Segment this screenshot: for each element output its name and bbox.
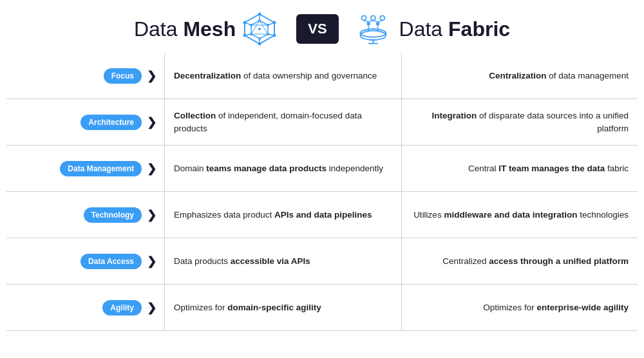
chevron-right-icon: ❯ [147,301,156,315]
svg-point-14 [273,34,276,37]
mesh-col: Data products accessible via APIs [164,238,401,284]
svg-point-18 [258,19,261,22]
mesh-col: Decentralization of data ownership and g… [164,53,401,99]
fabric-text: Integration of disparate data sources in… [413,109,629,135]
svg-point-22 [250,33,252,35]
main-container: Data Mesh [0,0,644,358]
label-badge: Architecture [80,115,142,130]
svg-line-31 [368,21,373,23]
svg-point-28 [366,22,370,25]
svg-point-17 [243,21,247,24]
fabric-icon [358,12,393,46]
table-row: Data Access ❯ Data products accessible v… [6,238,638,285]
mesh-text: Data products accessible via APIs [174,255,310,268]
fabric-text: Centralized access through a unified pla… [442,255,629,268]
row-label-col: Data Access ❯ [6,238,164,284]
table-row: Architecture ❯ Collection of independent… [6,99,638,146]
svg-point-15 [258,42,261,46]
mesh-col: Collection of independent, domain-focuse… [164,99,401,145]
fabric-col: Integration of disparate data sources in… [401,99,638,145]
table-row: Technology ❯ Emphasizes data product API… [6,192,638,238]
row-label-col: Agility ❯ [6,285,164,330]
svg-point-27 [380,15,384,20]
svg-point-24 [258,28,261,30]
data-mesh-title: Data Mesh [134,12,277,46]
row-label-col: Technology ❯ [6,192,164,238]
svg-line-32 [373,21,377,23]
fabric-col: Centralization of data management [401,53,638,99]
mesh-icon [242,12,277,46]
mesh-col: Emphasizes data product APIs and data pi… [164,192,401,238]
fabric-col: Optimizes for enterprise-wide agility [401,285,638,330]
svg-line-33 [377,21,382,23]
row-label-col: Focus ❯ [6,53,164,99]
comparison-table: Focus ❯ Decentralization of data ownersh… [0,53,644,358]
table-row: Agility ❯ Optimizes for domain-specific … [6,285,638,331]
chevron-right-icon: ❯ [147,162,156,176]
table-row: Data Management ❯ Domain teams manage da… [6,146,638,192]
fabric-col: Utilizes middleware and data integration… [401,192,638,238]
label-badge: Agility [102,300,142,316]
label-badge: Technology [84,207,142,223]
svg-point-13 [273,21,276,24]
table-row: Focus ❯ Decentralization of data ownersh… [6,53,638,99]
svg-point-25 [361,15,366,20]
svg-point-29 [375,22,379,25]
row-label-col: Architecture ❯ [6,99,164,145]
fabric-text: Centralization of data management [489,70,629,82]
fabric-text: Optimizes for enterprise-wide agility [483,301,629,314]
label-badge: Focus [104,68,142,84]
fabric-text: Central IT team manages the data fabric [468,162,629,175]
svg-point-23 [250,24,252,26]
svg-point-12 [258,13,261,16]
mesh-col: Domain teams manage data products indepe… [164,146,401,191]
fabric-bold: Fabric [448,17,510,41]
fabric-col: Centralized access through a unified pla… [401,238,638,284]
chevron-right-icon: ❯ [147,208,156,222]
header: Data Mesh [0,0,644,53]
fabric-text: Utilizes middleware and data integration… [413,209,629,221]
mesh-text: Domain teams manage data products indepe… [174,162,383,175]
svg-line-30 [364,21,368,23]
vs-badge: VS [296,14,338,44]
svg-point-20 [267,33,269,35]
fabric-label: Data Fabric [399,17,511,41]
chevron-right-icon: ❯ [147,115,156,129]
mesh-col: Optimizes for domain-specific agility [164,285,401,330]
row-label-col: Data Management ❯ [6,146,164,191]
svg-point-26 [370,15,375,20]
mesh-text: Collection of independent, domain-focuse… [174,109,390,135]
chevron-right-icon: ❯ [147,69,156,83]
mesh-text: Decentralization of data ownership and g… [174,70,377,82]
data-fabric-title: Data Fabric [358,12,511,46]
svg-point-21 [258,37,261,40]
fabric-col: Central IT team manages the data fabric [401,146,638,191]
svg-point-19 [267,24,269,26]
rows-container: Focus ❯ Decentralization of data ownersh… [6,53,638,331]
mesh-text: Emphasizes data product APIs and data pi… [174,209,372,221]
label-badge: Data Management [60,161,142,176]
mesh-label: Data Mesh [134,17,236,41]
chevron-right-icon: ❯ [147,254,156,268]
svg-point-16 [243,34,247,37]
mesh-text: Optimizes for domain-specific agility [174,301,321,314]
label-badge: Data Access [80,254,142,269]
mesh-bold: Mesh [183,17,236,41]
